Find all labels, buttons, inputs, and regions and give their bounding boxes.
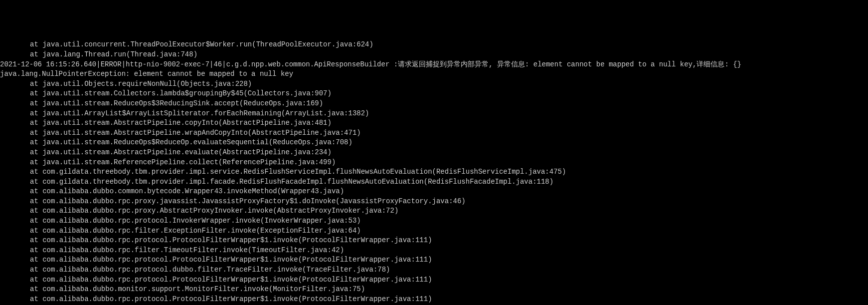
stack-trace-line: at java.util.Objects.requireNonNull(Obje… [0,79,868,89]
stack-trace-line: at com.alibaba.dubbo.common.bytecode.Wra… [0,187,868,197]
stack-trace-line: at java.util.stream.AbstractPipeline.cop… [0,118,868,128]
stack-trace-line: at java.util.stream.AbstractPipeline.wra… [0,128,868,138]
stack-trace-line: at com.alibaba.dubbo.rpc.protocol.dubbo.… [0,265,868,275]
stack-trace-line: at com.alibaba.dubbo.rpc.protocol.Protoc… [0,275,868,285]
stack-trace-line: at com.alibaba.dubbo.monitor.support.Mon… [0,285,868,295]
stack-trace-line: at com.alibaba.dubbo.rpc.protocol.Invoke… [0,216,868,226]
console-output[interactable]: at java.util.concurrent.ThreadPoolExecut… [0,40,868,305]
stack-trace-line: at com.alibaba.dubbo.rpc.proxy.AbstractP… [0,206,868,216]
stack-trace-line: at java.lang.Thread.run(Thread.java:748) [0,50,868,60]
stack-trace-line: at java.util.stream.ReferencePipeline.co… [0,158,868,168]
stack-trace-line: at java.util.stream.ReduceOps$3ReducingS… [0,99,868,109]
stack-trace-line: at com.gildata.threebody.tbm.provider.im… [0,177,868,187]
stack-trace-line: at java.util.concurrent.ThreadPoolExecut… [0,40,868,50]
stack-trace-line: at com.gildata.threebody.tbm.provider.im… [0,167,868,177]
log-message-line: 2021-12-06 16:15:26.640|ERROR|http-nio-9… [0,60,868,70]
stack-trace-line: at java.util.ArrayList$ArrayListSplitera… [0,109,868,119]
stack-trace-line: at com.alibaba.dubbo.rpc.proxy.javassist… [0,197,868,207]
stack-trace-line: at com.alibaba.dubbo.rpc.protocol.Protoc… [0,255,868,265]
log-message-line: java.lang.NullPointerException: element … [0,69,868,79]
stack-trace-line: at com.alibaba.dubbo.rpc.protocol.Protoc… [0,236,868,246]
stack-trace-line: at com.alibaba.dubbo.rpc.filter.Exceptio… [0,226,868,236]
stack-trace-line: at java.util.stream.AbstractPipeline.eva… [0,148,868,158]
stack-trace-line: at java.util.stream.Collectors.lambda$gr… [0,89,868,99]
stack-trace-line: at java.util.stream.ReduceOps$ReduceOp.e… [0,138,868,148]
stack-trace-line: at com.alibaba.dubbo.rpc.protocol.Protoc… [0,295,868,305]
stack-trace-line: at com.alibaba.dubbo.rpc.filter.TimeoutF… [0,246,868,256]
